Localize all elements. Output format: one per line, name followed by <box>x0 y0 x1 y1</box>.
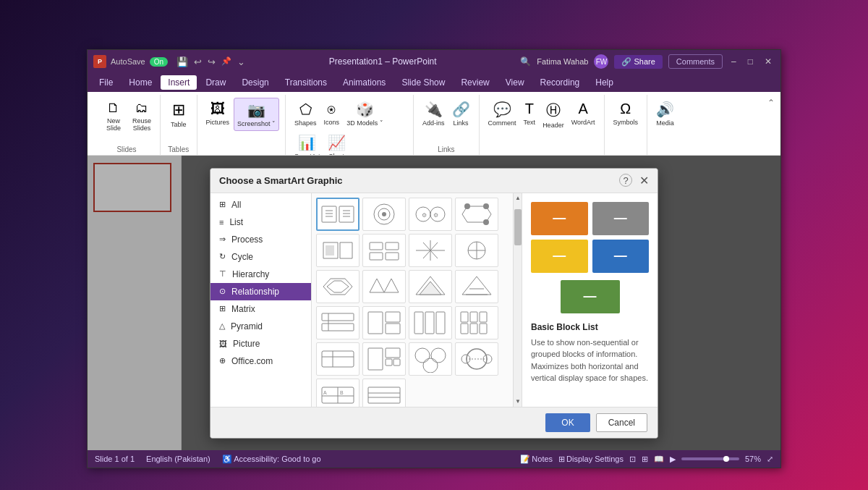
menu-insert[interactable]: Insert <box>161 75 197 90</box>
dialog-scrollbar[interactable]: ▲ ▼ <box>513 193 522 407</box>
ok-button[interactable]: OK <box>545 413 590 432</box>
smartart-item-18[interactable] <box>362 342 406 376</box>
zoom-thumb[interactable] <box>723 456 729 462</box>
smartart-item-7[interactable] <box>409 234 452 267</box>
shapes-button[interactable]: ⬠ Shapes <box>292 98 320 130</box>
category-relationship[interactable]: ⊙ Relationship <box>210 283 311 300</box>
menu-draw[interactable]: Draw <box>198 75 233 90</box>
normal-view-button[interactable]: ⊡ <box>629 455 636 464</box>
svg-rect-54 <box>461 324 468 334</box>
smartart-item-17[interactable] <box>316 342 359 376</box>
reading-view-button[interactable]: 📖 <box>654 455 664 464</box>
links-button[interactable]: 🔗 Links <box>449 98 473 130</box>
menu-recording[interactable]: Recording <box>533 75 587 90</box>
wordart-button[interactable]: A WordArt <box>569 98 598 129</box>
smartart-item-3[interactable]: ⚙⚙ <box>409 198 452 231</box>
tables-group-label: Tables <box>166 145 191 155</box>
svg-rect-60 <box>368 348 383 370</box>
smartart-item-12[interactable] <box>455 270 498 303</box>
category-picture[interactable]: 🖼 Picture <box>210 335 311 352</box>
menu-transitions[interactable]: Transitions <box>278 75 334 90</box>
symbols-button[interactable]: Ω Symbols <box>610 98 642 129</box>
notes-button[interactable]: 📝 Notes <box>520 455 553 464</box>
zoom-slider[interactable] <box>681 457 739 460</box>
zoom-level[interactable]: 57% <box>745 455 761 463</box>
dialog-preview-panel: — — — — <box>522 193 658 407</box>
screenshot-button[interactable]: 📷 Screenshot ˅ <box>234 98 279 131</box>
category-all[interactable]: ⊞ All <box>210 196 311 214</box>
smartart-item-11[interactable] <box>409 270 452 303</box>
menu-file[interactable]: File <box>92 75 120 90</box>
smartart-item-8[interactable] <box>455 234 498 267</box>
menu-help[interactable]: Help <box>588 75 621 90</box>
slideshow-button[interactable]: ▶ <box>670 455 676 464</box>
save-icon[interactable]: 💾 <box>176 56 188 67</box>
menu-animations[interactable]: Animations <box>336 75 393 90</box>
customize-icon[interactable]: 📌 <box>221 56 231 67</box>
restore-button[interactable]: □ <box>745 56 756 67</box>
cancel-button[interactable]: Cancel <box>596 413 647 432</box>
category-hierarchy[interactable]: ⊤ Hierarchy <box>210 266 311 283</box>
slide-sorter-button[interactable]: ⊞ <box>642 455 648 464</box>
menu-home[interactable]: Home <box>122 75 159 90</box>
smartart-item-1[interactable] <box>316 198 359 231</box>
comment-button[interactable]: 💬 Comment <box>485 98 519 130</box>
category-list[interactable]: ≡ List <box>210 214 311 231</box>
smartart-item-2[interactable] <box>362 198 406 231</box>
dialog-help-icon[interactable]: ? <box>619 174 632 187</box>
smartart-item-15[interactable] <box>409 306 452 339</box>
minimize-button[interactable]: – <box>728 56 739 67</box>
smartart-item-5[interactable] <box>316 234 359 267</box>
icons-button[interactable]: ⍟ Icons <box>321 98 343 129</box>
reuse-slides-button[interactable]: 🗂 ReuseSlides <box>129 98 154 135</box>
category-officecom[interactable]: ⊕ Office.com <box>210 352 311 370</box>
more-icon[interactable]: ⌄ <box>237 56 245 67</box>
addins-button[interactable]: 🔌 Add-ins <box>420 98 448 130</box>
chart-button[interactable]: 📈 Chart <box>325 131 349 156</box>
category-matrix[interactable]: ⊞ Matrix <box>210 300 311 318</box>
smartart-item-4[interactable] <box>455 198 498 231</box>
autosave-toggle[interactable]: On <box>150 57 168 67</box>
scroll-down-button[interactable]: ▼ <box>514 397 522 407</box>
smartart-item-22[interactable] <box>362 379 406 407</box>
menu-view[interactable]: View <box>498 75 532 90</box>
pictures-button[interactable]: 🖼 Pictures <box>203 98 233 129</box>
notes-icon: 📝 <box>520 455 530 464</box>
table-button[interactable]: ⊞ Table <box>166 98 191 131</box>
fit-slide-button[interactable]: ⤢ <box>767 455 773 464</box>
smartart-button[interactable]: 📊 SmartArt <box>292 131 323 156</box>
smartart-item-13[interactable] <box>316 306 359 339</box>
redo-icon[interactable]: ↪ <box>208 56 216 67</box>
smartart-item-9[interactable] <box>316 270 359 303</box>
smartart-item-14[interactable] <box>362 306 406 339</box>
menu-slideshow[interactable]: Slide Show <box>394 75 452 90</box>
search-icon[interactable]: 🔍 <box>520 56 531 67</box>
smartart-item-20[interactable] <box>455 342 498 376</box>
ribbon-collapse-button[interactable]: ⌃ <box>767 95 775 155</box>
smartart-item-10[interactable] <box>362 270 406 303</box>
share-button[interactable]: 🔗 Share <box>614 55 662 69</box>
display-settings-button[interactable]: ⊞ Display Settings <box>558 455 624 464</box>
category-cycle[interactable]: ↻ Cycle <box>210 248 311 266</box>
header-button[interactable]: Ⓗ Header <box>540 98 567 132</box>
media-button[interactable]: 🔊 Media <box>653 98 677 130</box>
smartart-item-19[interactable] <box>409 342 452 376</box>
menu-design[interactable]: Design <box>234 75 276 90</box>
scroll-up-button[interactable]: ▲ <box>514 193 522 203</box>
new-slide-button[interactable]: 🗋 NewSlide <box>99 98 128 135</box>
dialog-close-icon[interactable]: ✕ <box>639 174 649 187</box>
smartart-item-6[interactable] <box>362 234 406 267</box>
text-box-button[interactable]: T Text <box>521 98 539 129</box>
category-pyramid[interactable]: △ Pyramid <box>210 318 311 335</box>
3d-models-button[interactable]: 🎲 3D Models ˅ <box>344 98 386 130</box>
menu-review[interactable]: Review <box>454 75 496 90</box>
comments-button[interactable]: Comments <box>668 54 723 69</box>
smartart-item-21[interactable]: AB <box>316 379 359 407</box>
close-button[interactable]: ✕ <box>762 56 775 67</box>
category-process[interactable]: ⇒ Process <box>210 231 311 248</box>
scroll-thumb[interactable] <box>514 209 522 245</box>
ribbon-group-media: 🔊 Media <box>647 95 683 155</box>
undo-icon[interactable]: ↩ <box>194 56 202 67</box>
scroll-track <box>514 203 522 397</box>
smartart-item-16[interactable] <box>455 306 498 339</box>
